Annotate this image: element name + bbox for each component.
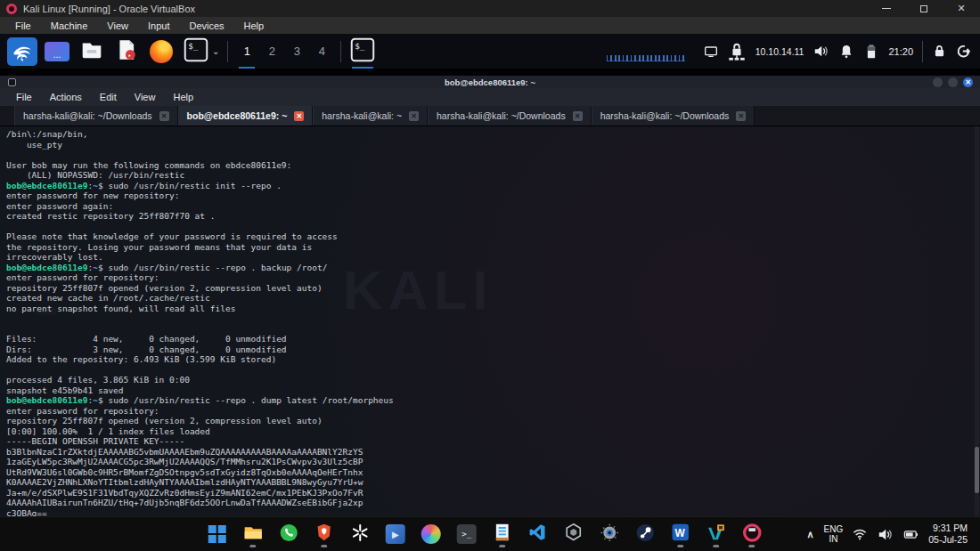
workspace-1[interactable]: 1 xyxy=(236,38,257,65)
virtualbox-icon xyxy=(706,523,726,547)
taskbar-app-media-player-icon[interactable]: ▶ xyxy=(384,521,407,547)
vbox-minimize-button[interactable] xyxy=(868,0,905,17)
terminal-tab-5[interactable]: harsha-kali@kali: ~/Downloads✕ xyxy=(592,106,755,126)
taskbar-app-virtualbox-icon[interactable] xyxy=(705,521,728,547)
terminal-tab-2[interactable]: bob@ebdce80611e9: ~✕ xyxy=(178,106,314,126)
screen-lock-icon[interactable] xyxy=(932,44,947,59)
terminal-menu-actions[interactable]: Actions xyxy=(41,92,91,102)
terminal-line xyxy=(6,313,973,324)
workspace-4[interactable]: 4 xyxy=(311,38,332,65)
terminal-menu-view[interactable]: View xyxy=(126,92,165,102)
tab-label: harsha-kali@kali: ~ xyxy=(322,110,402,121)
terminal-menu-edit[interactable]: Edit xyxy=(91,92,126,102)
vbox-restore-button[interactable] xyxy=(905,0,943,17)
taskbar-app-brave-icon[interactable] xyxy=(313,521,336,547)
text-editor-icon xyxy=(115,38,138,65)
taskbar-app-color-wheel-icon[interactable] xyxy=(420,521,443,547)
taskbar-app-settings-gear-icon[interactable] xyxy=(598,521,621,547)
cpu-graph-widget[interactable] xyxy=(607,55,685,61)
taskbar-window-terminal[interactable]: $_ xyxy=(349,38,376,65)
taskbar-clock[interactable]: 9:31 PM 05-Jul-25 xyxy=(928,523,968,546)
launcher-text-editor-icon[interactable] xyxy=(113,38,140,65)
vbox-menu-input[interactable]: Input xyxy=(138,17,179,34)
tab-close-button[interactable]: ✕ xyxy=(573,111,583,121)
taskbar-app-word-icon[interactable]: W xyxy=(669,521,692,547)
taskbar-app-hexagon-app-icon[interactable] xyxy=(562,521,585,547)
tab-label: bob@ebdce80611e9: ~ xyxy=(187,110,288,121)
tab-close-button[interactable]: ✕ xyxy=(409,111,419,121)
terminal-line: enter password for repository: xyxy=(6,272,973,283)
taskbar-app-chatgpt-icon[interactable] xyxy=(348,521,372,547)
terminal-line: enter password for repository: xyxy=(6,406,973,417)
tab-close-button[interactable]: ✕ xyxy=(294,111,304,121)
terminal-menu-file[interactable]: File xyxy=(7,92,41,102)
tray-overflow-chevron-icon[interactable]: ∧ xyxy=(806,529,813,540)
terminal-maximize-button[interactable] xyxy=(948,77,958,87)
terminal-titlebar[interactable]: bob@ebdce80611e9: ~ ✕ xyxy=(0,76,980,88)
bell-icon[interactable] xyxy=(838,44,854,60)
taskbar-app-steam-icon[interactable] xyxy=(633,521,657,547)
launcher-kali-logo-icon[interactable] xyxy=(9,38,36,65)
notepad-icon xyxy=(493,523,512,546)
terminal-line: 1zaGEyLW5pc3RwMjU2AAAACG5pc3RwMjU2AAAAQQ… xyxy=(6,457,973,467)
terminal-tab-3[interactable]: harsha-kali@kali: ~✕ xyxy=(313,106,428,126)
terminal-line: Files: 4 new, 0 changed, 0 unmodified xyxy=(6,334,973,344)
launcher-terminal-launcher-icon[interactable]: $_ xyxy=(183,38,209,65)
terminal-line: -----BEGIN OPENSSH PRIVATE KEY----- xyxy=(6,436,973,447)
terminal-line xyxy=(6,222,973,232)
launcher-firefox-icon[interactable] xyxy=(148,38,175,65)
whatsapp-icon xyxy=(278,523,298,547)
workspace-3[interactable]: 3 xyxy=(286,38,307,65)
vbox-menu-file[interactable]: File xyxy=(5,17,41,34)
taskbar-app-virtualbox-vm-icon[interactable] xyxy=(740,521,764,547)
kali-panel: ⋯$_ ⌄ 1234 $_ 10.10.14.11 21:20 xyxy=(0,34,980,69)
terminal-launcher-icon: $_ xyxy=(184,37,208,66)
vbox-menu-machine[interactable]: Machine xyxy=(41,17,98,34)
tab-close-button[interactable]: ✕ xyxy=(736,111,746,121)
file-explorer-icon xyxy=(242,523,263,547)
logout-icon[interactable] xyxy=(956,44,971,59)
terminal-tab-1[interactable]: harsha-kali@kali: ~/Downloads✕ xyxy=(14,106,178,126)
terminal-close-button[interactable]: ✕ xyxy=(963,77,973,87)
terminal-icon: >_ xyxy=(457,524,477,544)
terminal-body[interactable]: KALI Trash /bin\:/snap/bin, use_pty User… xyxy=(0,126,980,516)
restore-icon xyxy=(920,5,927,12)
chevron-down-icon[interactable]: ⌄ xyxy=(212,46,219,56)
taskbar-app-whatsapp-icon[interactable] xyxy=(277,521,300,547)
terminal-line: c3QBAg== xyxy=(6,508,973,517)
vbox-menu-view[interactable]: View xyxy=(97,17,138,34)
command-text: sudo /usr/bin/restic --repo . backup /ro… xyxy=(108,263,327,272)
terminal-line xyxy=(6,150,973,160)
taskbar-app-terminal-icon[interactable]: >_ xyxy=(455,521,478,547)
taskbar-app-windows-start-icon[interactable] xyxy=(206,521,229,547)
vbox-menu-devices[interactable]: Devices xyxy=(179,17,233,34)
terminal-menu-help[interactable]: Help xyxy=(164,92,202,102)
launcher-window-switcher-icon[interactable]: ⋯ xyxy=(44,38,70,65)
terminal-tab-4[interactable]: harsha-kali@kali: ~/Downloads✕ xyxy=(428,106,592,126)
panel-clock[interactable]: 21:20 xyxy=(888,46,913,57)
launcher-file-manager-icon[interactable] xyxy=(78,38,105,65)
terminal-line: 4AAAAhAIUBairunTn6HZU/tHq+7dUjb5nqBF6dz5… xyxy=(6,498,973,508)
terminal-line: enter password again: xyxy=(6,201,973,212)
taskbar-app-notepad-icon[interactable] xyxy=(491,521,514,547)
terminal-minimize-button[interactable] xyxy=(933,77,943,87)
vpn-lock-icon[interactable] xyxy=(727,42,747,61)
volume-icon[interactable] xyxy=(877,526,894,543)
battery-icon[interactable] xyxy=(863,44,879,60)
language-indicator[interactable]: ENG IN xyxy=(824,524,844,544)
vbox-close-button[interactable]: ✕ xyxy=(943,0,980,17)
wifi-icon[interactable] xyxy=(853,527,867,541)
workspace-2[interactable]: 2 xyxy=(261,38,282,65)
volume-icon[interactable] xyxy=(813,43,829,60)
svg-text:W: W xyxy=(675,527,686,539)
taskbar-app-file-explorer-icon[interactable] xyxy=(241,521,265,547)
terminal-scrollbar-thumb[interactable] xyxy=(975,447,979,493)
battery-icon[interactable] xyxy=(903,527,919,542)
vbox-menu-help[interactable]: Help xyxy=(234,17,274,34)
terminal-line: bob@ebdce80611e9:~$ sudo /usr/bin/restic… xyxy=(6,395,973,406)
tab-close-button[interactable]: ✕ xyxy=(159,111,169,121)
terminal-line: [0:00] 100.00% 1 / 1 index files loaded xyxy=(6,426,973,437)
display-icon[interactable] xyxy=(704,45,718,59)
taskbar-app-vscode-icon[interactable] xyxy=(527,521,550,547)
terminal-output: /bin\:/snap/bin, use_pty User bob may ru… xyxy=(6,129,973,516)
